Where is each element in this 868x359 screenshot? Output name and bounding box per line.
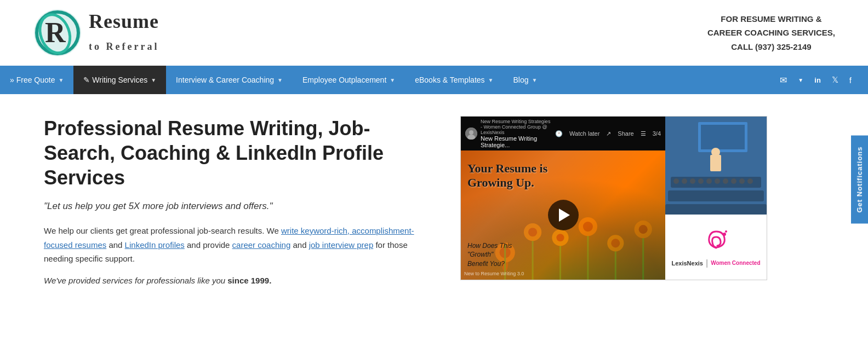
nav-linkedin-icon[interactable]: in: [809, 66, 826, 94]
video-top-controls: 🕐 Watch later ↗ Share ☰ 3/4: [555, 130, 661, 137]
dropdown-arrow-icon: ▼: [532, 77, 538, 83]
video-side-image: [665, 117, 767, 215]
presentation-svg: [665, 117, 767, 215]
svg-point-27: [639, 225, 648, 234]
svg-rect-31: [710, 155, 721, 171]
dropdown-arrow-icon: ▼: [151, 77, 156, 83]
svg-rect-35: [665, 204, 767, 215]
content-left: Professional Resume Writing, Job-Search,…: [44, 116, 427, 285]
nav-writing-services[interactable]: ✎ Writing Services ▼: [73, 66, 166, 94]
svg-point-42: [723, 178, 728, 184]
svg-point-15: [528, 228, 537, 236]
video-main-panel: New Resume Writing Strategies - Women Co…: [461, 117, 665, 280]
svg-point-37: [682, 178, 687, 184]
nav-twitter-icon[interactable]: 𝕏: [826, 66, 844, 94]
link-linkedin-profiles[interactable]: LinkedIn profiles: [125, 240, 185, 250]
svg-point-36: [673, 178, 679, 184]
svg-point-38: [690, 178, 695, 184]
video-topbar: New Resume Writing Strategies - Women Co…: [461, 117, 665, 150]
logo-area: R Resume to Referral: [33, 8, 159, 57]
logo-name: Resume to Referral: [89, 11, 159, 54]
svg-rect-34: [668, 190, 764, 201]
logo-text-block: Resume to Referral: [89, 11, 159, 54]
since-text: We've provided services for professional…: [44, 276, 427, 285]
svg-point-32: [711, 148, 720, 157]
svg-point-45: [747, 178, 753, 184]
nav-free-quote[interactable]: » Free Quote ▼: [0, 66, 73, 94]
dropdown-arrow-icon: ▼: [390, 77, 395, 83]
description-paragraph: We help our clients get great profession…: [44, 224, 427, 266]
video-container: New Resume Writing Strategies - Women Co…: [460, 116, 767, 280]
dropdown-arrow-icon: ▼: [488, 77, 494, 83]
page-title: Professional Resume Writing, Job-Search,…: [44, 116, 427, 190]
clock-icon: 🕐: [555, 130, 563, 137]
nav-employee-outplacement[interactable]: Employee Outplacement ▼: [293, 66, 405, 94]
svg-point-18: [556, 234, 564, 241]
video-overlay-sub: How Does This "Growth" Benefit You?: [467, 241, 512, 269]
video-play-button[interactable]: [548, 200, 579, 230]
svg-point-46: [723, 233, 726, 236]
video-title: New Resume Writing Strategies - Women Co…: [481, 119, 552, 148]
lexisnexis-logo-area: LexisNexis | Women Connected: [665, 215, 767, 280]
notifications-tab[interactable]: Get Notifications: [851, 135, 868, 223]
main-navbar: » Free Quote ▼ ✎ Writing Services ▼ Inte…: [0, 66, 868, 94]
nav-ebooks-templates[interactable]: eBooks & Templates ▼: [405, 66, 503, 94]
logo-icon: R: [33, 8, 82, 57]
svg-point-41: [715, 178, 720, 184]
site-header: R Resume to Referral FOR RESUME WRITING …: [0, 0, 868, 66]
video-body[interactable]: Your Resume is Growing Up. How Does This…: [461, 150, 665, 280]
dropdown-arrow-icon: ▼: [277, 77, 283, 83]
svg-point-5: [469, 130, 473, 135]
women-connected-text: Women Connected: [711, 260, 760, 266]
video-watermark: New to Resume Writing 3.0: [464, 271, 524, 276]
header-contact: FOR RESUME WRITING & CAREER COACHING SER…: [707, 12, 835, 54]
nav-interview-career-coaching[interactable]: Interview & Career Coaching ▼: [166, 66, 293, 94]
link-job-interview-prep[interactable]: job interview prep: [309, 240, 374, 250]
share-icon: ↗: [606, 130, 611, 137]
video-side-panel: LexisNexis | Women Connected: [665, 117, 767, 280]
nav-blog[interactable]: Blog ▼: [503, 66, 547, 94]
video-avatar: [465, 128, 477, 140]
svg-point-40: [706, 178, 712, 184]
video-overlay-text: Your Resume is Growing Up.: [467, 161, 547, 190]
tagline: "Let us help you get 5X more job intervi…: [44, 201, 427, 212]
main-content: Professional Resume Writing, Job-Search,…: [0, 94, 868, 307]
nav-email-dropdown-icon[interactable]: ▼: [792, 66, 809, 94]
dropdown-arrow-icon: ▼: [59, 77, 64, 83]
svg-point-43: [731, 178, 736, 184]
svg-rect-30: [701, 125, 745, 149]
svg-text:R: R: [45, 17, 66, 48]
separator: |: [706, 258, 708, 268]
menu-icon: ☰: [641, 130, 646, 137]
spiral-icon: [703, 226, 730, 256]
svg-point-39: [698, 178, 704, 184]
link-career-coaching[interactable]: career coaching: [232, 240, 291, 250]
video-section: New Resume Writing Strategies - Women Co…: [460, 116, 767, 280]
svg-point-24: [611, 239, 620, 247]
nav-email-icon[interactable]: ✉: [774, 66, 792, 94]
svg-point-47: [725, 230, 727, 233]
svg-point-21: [583, 222, 593, 231]
lexisnexis-text: LexisNexis: [671, 260, 703, 267]
svg-point-44: [739, 178, 745, 184]
nav-facebook-icon[interactable]: f: [844, 66, 857, 94]
